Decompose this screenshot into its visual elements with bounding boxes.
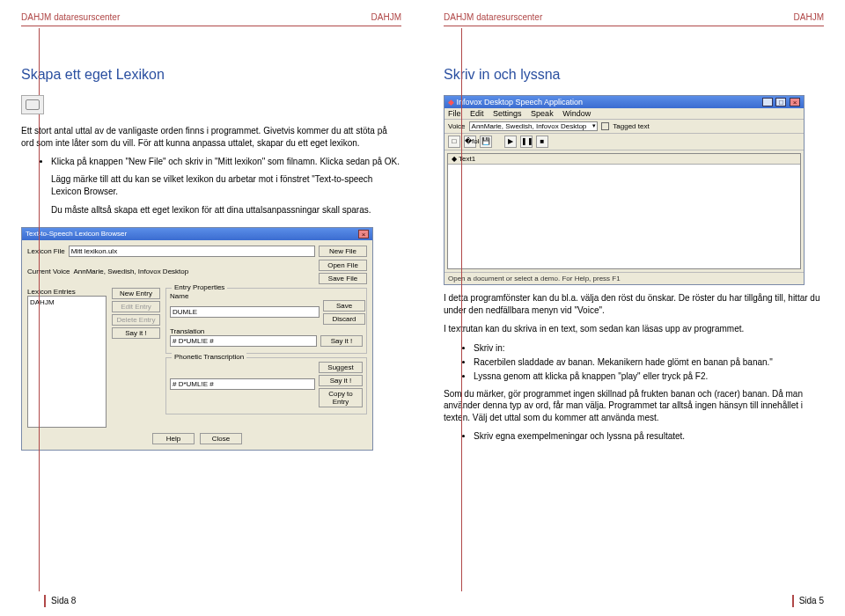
bullet-item: Racerbilen sladdade av banan. Mekanikern… [474, 356, 824, 369]
edit-entry-button[interactable]: Edit Entry [112, 301, 160, 312]
say-it-button[interactable]: Say it ! [112, 327, 160, 339]
new-file-button[interactable]: New File [319, 246, 367, 257]
menu-file[interactable]: File [448, 109, 461, 118]
menu-edit[interactable]: Edit [470, 109, 484, 118]
new-entry-button[interactable]: New Entry [112, 288, 160, 299]
menu-settings[interactable]: Settings [493, 109, 522, 118]
header-rule [444, 26, 824, 26]
stop-icon[interactable]: ■ [536, 136, 548, 148]
bullet-item: Skriv in: [474, 342, 824, 355]
entry-properties-label: Entry Properties [172, 283, 227, 291]
list-item[interactable]: DAHJM [30, 298, 104, 306]
paragraph: I textrutan kan du skriva in en text, so… [444, 323, 824, 335]
speech-app-window: ◆ Infovox Desktop Speech Application _ □… [444, 95, 805, 285]
lexicon-browser-window: Text-to-Speech Lexicon Browser × Lexicon… [21, 227, 373, 451]
intro-paragraph: Ett stort antal uttal av de vanligaste o… [21, 125, 401, 149]
margin-rule [461, 28, 462, 591]
close-button[interactable]: Close [200, 433, 242, 444]
say-it-translation-button[interactable]: Say it ! [320, 335, 363, 347]
header-right: DAHJM [371, 12, 401, 22]
paragraph: I detta programfönster kan du bl.a. välj… [444, 292, 824, 316]
delete-entry-button[interactable]: Delete Entry [112, 314, 160, 326]
play-icon[interactable]: ▶ [504, 136, 517, 148]
header-rule [21, 26, 401, 26]
save-file-button[interactable]: Save File [319, 273, 367, 284]
suggest-button[interactable]: Suggest [319, 362, 363, 373]
menubar: File Edit Settings Speak Window [445, 108, 804, 120]
phonetic-label: Phonetic Transcription [172, 353, 246, 361]
bullet-item: Lyssna genom att klicka på knappen "play… [474, 370, 824, 383]
page-title: Skapa ett eget Lexikon [21, 67, 401, 83]
header-right: DAHJM [794, 12, 824, 22]
window-title: Text-to-Speech Lexicon Browser [26, 230, 127, 238]
window-title: Infovox Desktop Speech Application [457, 98, 584, 106]
menu-window[interactable]: Window [562, 109, 591, 118]
name-label: Name [170, 292, 363, 300]
open-icon[interactable]: �folder [464, 136, 476, 148]
pause-icon[interactable]: ❚❚ [520, 136, 533, 148]
status-bar: Open a document or select a demo. For He… [445, 272, 804, 284]
close-icon[interactable]: × [358, 230, 369, 238]
close-icon[interactable]: × [790, 98, 800, 106]
save-button[interactable]: Save [323, 300, 365, 312]
open-file-button[interactable]: Open File [319, 260, 367, 271]
new-icon[interactable]: □ [448, 136, 460, 148]
text-area[interactable] [448, 165, 800, 268]
lexicon-icon [21, 95, 44, 114]
translation-field[interactable]: # D*UML!E # [170, 335, 317, 347]
copy-to-entry-button[interactable]: Copy to Entry [319, 388, 363, 407]
page-title: Skriv in och lyssna [444, 67, 824, 83]
name-field[interactable]: DUMLE [170, 306, 320, 318]
lexicon-file-label: Lexicon File [27, 247, 65, 255]
header-left: DAHJM dataresurscenter [444, 12, 542, 22]
voice-combo[interactable]: AnnMarie, Swedish, Infovox Desktop [469, 121, 599, 131]
app-icon: ◆ [448, 98, 454, 106]
current-voice-label: Current Voice [27, 268, 70, 275]
page-number: Sida 5 [792, 595, 824, 607]
menu-speak[interactable]: Speak [531, 109, 554, 118]
discard-button[interactable]: Discard [323, 313, 365, 325]
bullet-item: Klicka på knappen "New File" och skriv i… [51, 156, 401, 168]
save-icon[interactable]: 💾 [480, 136, 492, 148]
voice-label: Voice [448, 122, 466, 130]
page-number: Sida 8 [44, 595, 76, 607]
tab-text1[interactable]: ◆ Text1 [452, 155, 475, 163]
note-paragraph: Lägg märke till att du kan se vilket lex… [51, 173, 401, 197]
minimize-icon[interactable]: _ [762, 98, 773, 106]
bullet-item: Skriv egna exempelmeningar och lyssna på… [474, 430, 824, 443]
paragraph: Som du märker, gör programmet ingen skil… [444, 388, 824, 424]
maximize-icon[interactable]: □ [775, 98, 786, 106]
tagged-checkbox[interactable] [601, 122, 609, 130]
translation-label: Translation [170, 327, 363, 335]
say-it-phon-button[interactable]: Say it ! [319, 375, 363, 386]
note-paragraph: Du måste alltså skapa ett eget lexikon f… [51, 204, 401, 216]
tagged-label: Tagged text [613, 122, 649, 130]
phonetic-field[interactable]: # D*UML!E # [170, 378, 315, 390]
lexicon-file-field[interactable]: Mitt lexikon.ulx [69, 246, 315, 257]
header-left: DAHJM dataresurscenter [21, 12, 120, 22]
current-voice-value: AnnMarie, Swedish, Infovox Desktop [73, 268, 188, 275]
help-button[interactable]: Help [152, 433, 195, 444]
